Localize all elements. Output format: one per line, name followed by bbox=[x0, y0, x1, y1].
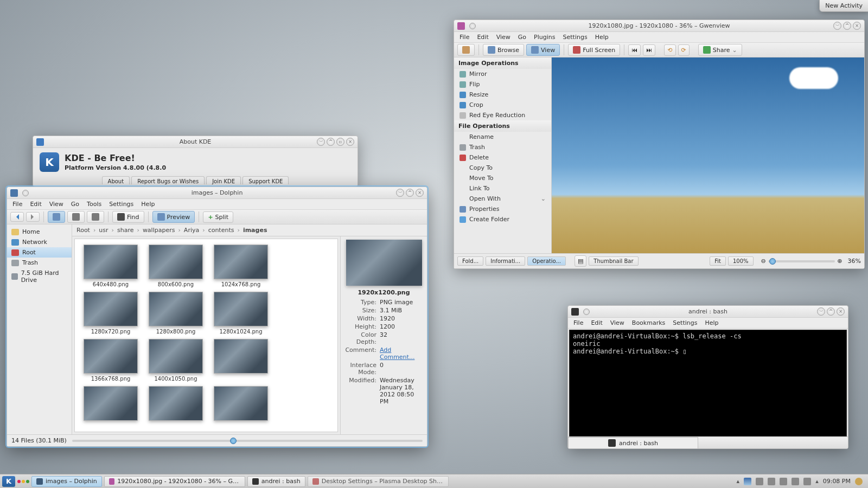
browse-button[interactable]: Browse bbox=[483, 44, 524, 56]
image-viewer[interactable] bbox=[552, 57, 864, 253]
forward-button[interactable] bbox=[26, 212, 40, 222]
file-item[interactable]: 1024x768.png bbox=[210, 245, 271, 287]
menu-item[interactable]: Help bbox=[705, 319, 718, 326]
menu-item[interactable]: Settings bbox=[673, 319, 697, 326]
close-button[interactable]: × bbox=[416, 189, 424, 197]
file-item[interactable]: 1280x720.png bbox=[80, 292, 141, 335]
next-button[interactable]: ⏭ bbox=[643, 44, 655, 56]
terminal[interactable]: andrei@andrei-VirtualBox:~$ lsb_release … bbox=[569, 330, 847, 436]
share-button[interactable]: Share ⌄ bbox=[698, 44, 742, 56]
operations-tab[interactable]: Operatio... bbox=[527, 256, 566, 266]
breadcrumb-item[interactable]: Ariya bbox=[184, 227, 199, 234]
rotate-right-button[interactable]: ⟳ bbox=[678, 44, 690, 56]
sidebar-op[interactable]: Open With⌄ bbox=[454, 194, 551, 204]
menu-item[interactable]: File bbox=[459, 34, 469, 41]
prev-button[interactable]: ⏮ bbox=[628, 44, 641, 56]
fullscreen-button[interactable]: Full Screen bbox=[568, 44, 620, 56]
sidebar-op[interactable]: Red Eye Reduction bbox=[454, 110, 551, 120]
find-button[interactable]: Find bbox=[112, 211, 144, 223]
clock[interactable]: 09:08 PM bbox=[823, 478, 851, 485]
file-item[interactable]: 1280x800.png bbox=[145, 292, 206, 335]
breadcrumb-item[interactable]: Root bbox=[76, 227, 90, 234]
sound-tray-icon[interactable] bbox=[792, 478, 799, 485]
folders-tab[interactable]: Fold... bbox=[457, 256, 483, 266]
place-item[interactable]: 7.5 GiB Hard Drive bbox=[7, 268, 72, 285]
task-button[interactable]: 1920x1080.jpg - 1920x1080 - 36% – Gwenvi… bbox=[104, 476, 245, 487]
menu-item[interactable]: Settings bbox=[563, 34, 588, 41]
icon-view[interactable]: 640x480.png800x600.png1024x768.png1280x7… bbox=[74, 239, 338, 432]
new-activity-button[interactable]: New Activity bbox=[819, 0, 868, 12]
menu-item[interactable]: Go bbox=[518, 34, 526, 41]
fit-button[interactable]: Fit bbox=[710, 256, 726, 266]
konsole-tab[interactable]: andrei : bash bbox=[568, 437, 698, 448]
sidebar-op[interactable]: Create Folder bbox=[454, 214, 551, 224]
menu-item[interactable]: Tools bbox=[87, 201, 101, 208]
file-item[interactable]: 640x480.png bbox=[80, 245, 141, 287]
menu-item[interactable]: Edit bbox=[591, 319, 602, 326]
zoom-slider[interactable] bbox=[72, 440, 423, 442]
menu-item[interactable]: View bbox=[496, 34, 510, 41]
sidebar-op[interactable]: Resize bbox=[454, 89, 551, 100]
network-tray-icon[interactable] bbox=[780, 478, 787, 485]
menu-item[interactable]: View bbox=[49, 201, 63, 208]
file-item[interactable]: 1400x1050.png bbox=[145, 339, 206, 382]
restore-button[interactable]: ▫ bbox=[336, 138, 344, 146]
task-button[interactable]: Desktop Settings – Plasma Desktop Shell bbox=[308, 476, 449, 487]
konsole-titlebar[interactable]: andrei : bash ﹀ ^ × bbox=[568, 306, 848, 318]
sidebar-op[interactable]: Move To bbox=[454, 173, 551, 183]
zoom-in-icon[interactable]: ⊕ bbox=[837, 258, 842, 265]
breadcrumb[interactable]: Root›usr›share›wallpapers›Ariya›contents… bbox=[72, 224, 427, 236]
menu-item[interactable]: File bbox=[12, 201, 22, 208]
menu-item[interactable]: Settings bbox=[109, 201, 133, 208]
sidebar-op[interactable]: Properties bbox=[454, 204, 551, 214]
place-item[interactable]: Root bbox=[7, 247, 72, 258]
gwenview-titlebar[interactable]: 1920x1080.jpg - 1920x1080 - 36% – Gwenvi… bbox=[454, 20, 864, 32]
thumbbar-toggle[interactable]: ▤ bbox=[575, 255, 586, 267]
zoom-100-button[interactable]: 100% bbox=[728, 256, 754, 266]
view-button[interactable]: View bbox=[526, 44, 560, 56]
maximize-button[interactable]: ^ bbox=[843, 22, 851, 30]
pin-icon[interactable] bbox=[583, 309, 590, 315]
task-button[interactable]: images – Dolphin bbox=[31, 476, 102, 487]
pin-icon[interactable] bbox=[22, 190, 29, 196]
menu-item[interactable]: Edit bbox=[30, 201, 41, 208]
split-button[interactable]: +Split bbox=[203, 211, 233, 223]
breadcrumb-item[interactable]: share bbox=[117, 227, 134, 234]
file-item[interactable] bbox=[210, 339, 271, 382]
thumbnail-bar-button[interactable]: Thumbnail Bar bbox=[589, 256, 638, 266]
sidebar-op[interactable]: Trash bbox=[454, 142, 551, 152]
pager[interactable] bbox=[17, 480, 29, 483]
rotate-left-button[interactable]: ⟲ bbox=[664, 44, 675, 56]
about-tab[interactable]: Support KDE bbox=[242, 176, 289, 184]
notifications-tray-icon[interactable] bbox=[756, 478, 763, 485]
minimize-button[interactable]: ﹀ bbox=[396, 189, 404, 197]
about-tab[interactable]: Report Bugs or Wishes bbox=[131, 176, 205, 184]
information-tab[interactable]: Informati... bbox=[486, 256, 525, 266]
sidebar-op[interactable]: Crop bbox=[454, 100, 551, 110]
about-kde-titlebar[interactable]: About KDE ﹀ ^ ▫ × bbox=[33, 136, 358, 148]
menu-item[interactable]: Help bbox=[141, 201, 155, 208]
minimize-button[interactable]: ﹀ bbox=[317, 138, 325, 146]
device-tray-icon[interactable] bbox=[803, 478, 811, 485]
file-item[interactable]: 1366x768.png bbox=[80, 339, 141, 382]
file-item[interactable]: 1280x1024.png bbox=[210, 292, 271, 335]
menu-item[interactable]: Help bbox=[595, 34, 609, 41]
zoom-slider[interactable] bbox=[768, 260, 835, 262]
menu-item[interactable]: View bbox=[610, 319, 624, 326]
home-button[interactable] bbox=[457, 44, 475, 56]
sidebar-op[interactable]: Mirror bbox=[454, 69, 551, 79]
close-button[interactable]: × bbox=[837, 307, 845, 316]
icons-view-button[interactable] bbox=[48, 211, 65, 223]
close-button[interactable]: × bbox=[853, 22, 861, 30]
file-item[interactable] bbox=[145, 386, 206, 423]
close-button[interactable]: × bbox=[346, 138, 354, 146]
maximize-button[interactable]: ^ bbox=[327, 138, 335, 146]
sidebar-op[interactable]: Copy To bbox=[454, 163, 551, 173]
dolphin-titlebar[interactable]: images – Dolphin ﹀ ^ × bbox=[7, 187, 427, 199]
about-tab[interactable]: About bbox=[102, 176, 130, 184]
cashew-icon[interactable] bbox=[855, 478, 863, 485]
breadcrumb-item[interactable]: wallpapers bbox=[143, 227, 175, 234]
place-item[interactable]: Trash bbox=[7, 258, 72, 268]
file-item[interactable] bbox=[80, 386, 141, 423]
menu-item[interactable]: Bookmarks bbox=[632, 319, 665, 326]
